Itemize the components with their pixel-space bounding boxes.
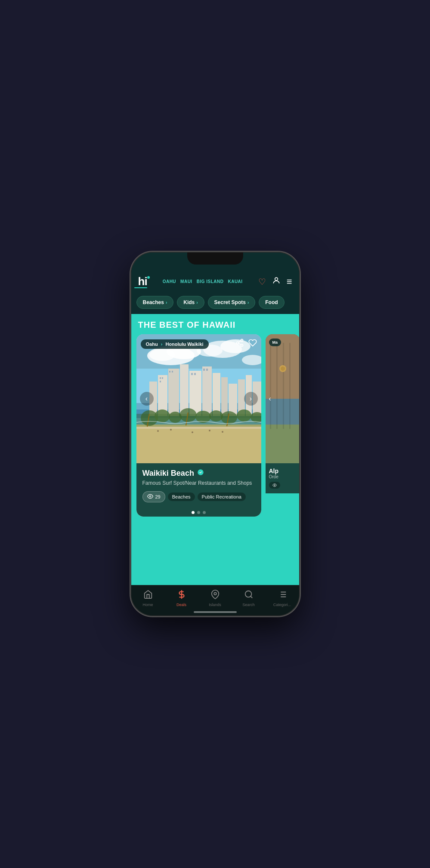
svg-rect-33 [191, 373, 193, 375]
section-title: THE BEST OF HAWAII [131, 314, 299, 334]
cat-pill-kids[interactable]: Kids › [177, 296, 204, 309]
svg-rect-21 [202, 366, 212, 416]
arrow-icon: › [196, 300, 198, 305]
svg-rect-18 [168, 369, 179, 416]
card-tags-row: 29 Beaches Public Recreationa [142, 491, 255, 502]
cat-pill-food[interactable]: Food [259, 296, 284, 309]
nav-link-maui[interactable]: MAUI [180, 279, 192, 284]
svg-rect-64 [266, 425, 299, 463]
svg-rect-68 [289, 343, 291, 429]
svg-rect-30 [160, 381, 161, 382]
category-bar: Beaches › Kids › Secret Spots › Food [131, 292, 299, 314]
svg-line-58 [238, 343, 241, 345]
phone-screen: hi OAHU MAUI BIG ISLAND KAUAI ♡ [131, 252, 299, 616]
svg-point-44 [221, 411, 237, 424]
cards-container: Oahu › Honolulu Waikiki [131, 334, 299, 517]
card-next-button[interactable]: › [244, 392, 258, 406]
svg-rect-34 [194, 373, 196, 375]
nav-link-oahu[interactable]: OAHU [163, 279, 176, 284]
partial-desc: Orde [269, 474, 297, 479]
nav-item-home[interactable]: Home [131, 590, 165, 607]
location-badge[interactable]: Oahu › Honolulu Waikiki [141, 339, 209, 349]
nav-links: OAHU MAUI BIG ISLAND KAUAI [163, 279, 243, 284]
svg-point-52 [192, 431, 193, 433]
nav-item-deals[interactable]: Deals [165, 590, 198, 607]
svg-rect-22 [213, 373, 220, 416]
partial-image: Ma ‹ [266, 334, 299, 463]
nav-link-big-island[interactable]: BIG ISLAND [197, 279, 224, 284]
svg-point-57 [241, 344, 243, 346]
arrow-icon: › [166, 300, 167, 305]
card-description: Famous Surf Spot/Near Restaurants and Sh… [142, 480, 255, 487]
svg-rect-24 [229, 384, 237, 416]
logo: hi [138, 275, 147, 288]
menu-icon[interactable]: ≡ [287, 276, 292, 287]
home-label: Home [142, 603, 153, 607]
location-separator: › [161, 342, 163, 347]
svg-rect-29 [162, 377, 163, 379]
partial-location-badge: Ma [269, 339, 282, 346]
categories-icon [278, 590, 287, 601]
svg-rect-36 [206, 369, 208, 371]
cat-pill-secret-spots[interactable]: Secret Spots › [208, 296, 256, 309]
svg-point-42 [195, 411, 211, 423]
nav-item-categories[interactable]: Categori... [266, 590, 299, 607]
svg-point-50 [157, 430, 159, 432]
home-icon [143, 590, 153, 601]
search-label: Search [242, 603, 255, 607]
svg-rect-23 [221, 377, 228, 416]
card-title: Waikiki Beach [142, 469, 194, 478]
svg-point-43 [209, 410, 223, 422]
card-dots [136, 508, 261, 517]
nav-item-search[interactable]: Search [232, 590, 266, 607]
svg-point-39 [155, 409, 170, 422]
svg-rect-35 [203, 369, 205, 371]
card-overlay-top: Oahu › Honolulu Waikiki [136, 334, 261, 354]
svg-rect-31 [169, 371, 170, 372]
search-icon [244, 590, 254, 601]
partial-card-content: Alp Orde [266, 463, 299, 493]
phone-frame: hi OAHU MAUI BIG ISLAND KAUAI ♡ [131, 252, 299, 616]
svg-point-53 [209, 430, 210, 431]
svg-point-71 [274, 485, 275, 486]
card-prev-button[interactable]: ‹ [140, 392, 154, 406]
logo-dot [147, 276, 150, 279]
card-content: Waikiki Beach Famous Surf Spot/Near Rest… [136, 463, 261, 508]
favorite-icon[interactable]: ♡ [258, 277, 266, 287]
card-image-waikiki: Oahu › Honolulu Waikiki [136, 334, 261, 463]
svg-point-55 [241, 339, 243, 342]
svg-point-74 [245, 591, 251, 597]
svg-rect-65 [270, 343, 271, 429]
main-content: THE BEST OF HAWAII [131, 314, 299, 585]
svg-rect-19 [180, 364, 189, 416]
nav-item-islands[interactable]: Islands [198, 590, 232, 607]
heart-icon[interactable] [248, 339, 257, 349]
cat-pill-beaches[interactable]: Beaches › [136, 296, 174, 309]
card-waikiki: Oahu › Honolulu Waikiki [136, 334, 261, 517]
dot-2 [197, 511, 200, 514]
tag-beaches[interactable]: Beaches [168, 492, 195, 501]
dot-1 [192, 511, 195, 514]
svg-line-59 [238, 341, 241, 342]
logo-text: hi [138, 275, 147, 288]
svg-rect-15 [136, 427, 261, 429]
card-title-row: Waikiki Beach [142, 468, 255, 478]
profile-icon[interactable] [272, 276, 281, 287]
svg-rect-32 [172, 371, 173, 372]
partial-views-tag [269, 482, 280, 489]
arrow-icon: › [247, 300, 249, 305]
card-action-icons [235, 339, 257, 349]
tag-views[interactable]: 29 [142, 491, 165, 502]
tag-public-rec[interactable]: Public Recreationa [198, 492, 246, 501]
app-container: hi OAHU MAUI BIG ISLAND KAUAI ♡ [131, 252, 299, 616]
svg-point-70 [281, 366, 285, 371]
svg-point-45 [237, 409, 251, 422]
header: hi OAHU MAUI BIG ISLAND KAUAI ♡ [131, 271, 299, 292]
svg-line-75 [251, 596, 252, 598]
share-icon[interactable] [235, 339, 244, 349]
svg-point-40 [169, 412, 182, 423]
dot-3 [203, 511, 206, 514]
nav-link-kauai[interactable]: KAUAI [228, 279, 242, 284]
svg-point-54 [222, 431, 223, 433]
partial-nav-prev[interactable]: ‹ [269, 395, 271, 403]
